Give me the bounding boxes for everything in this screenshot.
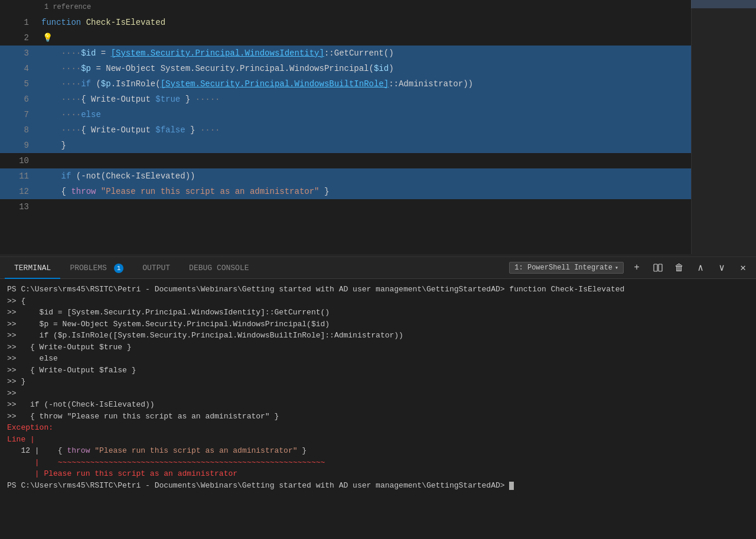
tab-problems[interactable]: PROBLEMS 1 [60, 257, 133, 279]
code-line-8: 8 ····{ Write-Output $false } ···· [0, 122, 756, 138]
code-line-11: 11 if (-not(Check-IsElevated)) [0, 168, 756, 184]
code-editor: 1 reference 1 function Check-IsElevated … [0, 0, 756, 254]
new-terminal-button[interactable]: + [628, 259, 645, 276]
chevron-down-icon: ▾ [615, 264, 618, 271]
line-content-6: ····{ Write-Output $true } ····· [38, 92, 756, 107]
code-line-4: 4 ····$p = New-Object System.Security.Pr… [0, 61, 756, 76]
terminal-exception-label: Exception: [7, 422, 749, 434]
bulb-icon[interactable]: 💡 [43, 33, 53, 43]
line-number-3: 3 [0, 46, 38, 61]
line-content-1: function Check-IsElevated [38, 15, 756, 30]
code-line-6: 6 ····{ Write-Output $true } ····· [0, 92, 756, 107]
code-lines: 1 function Check-IsElevated 2 💡 3 ····$i… [0, 0, 756, 215]
line-number-6: 6 [0, 92, 38, 107]
terminal-line-3: >> $id = [System.Security.Principal.Wind… [7, 307, 749, 319]
terminal-cursor [509, 482, 514, 490]
terminal-line-4: >> $p = New-Object System.Security.Princ… [7, 319, 749, 330]
kill-terminal-button[interactable]: 🗑 [671, 259, 687, 276]
line-number-7: 7 [0, 107, 38, 122]
code-line-1: 1 function Check-IsElevated [0, 15, 756, 30]
line-content-9: } [38, 138, 756, 153]
terminal-tab-bar: TERMINAL PROBLEMS 1 OUTPUT DEBUG CONSOLE… [0, 257, 756, 279]
code-line-13: 13 [0, 199, 756, 215]
terminal-line-1: PS C:\Users\rms45\RSITC\Petri - Document… [7, 284, 749, 296]
split-terminal-button[interactable] [650, 259, 666, 276]
line-content-7: ····else [38, 107, 756, 122]
terminal-final-prompt: PS C:\Users\rms45\RSITC\Petri - Document… [7, 480, 749, 492]
code-line-5: 5 ····if ($p.IsInRole([System.Security.P… [0, 76, 756, 92]
minimap [691, 0, 756, 254]
line-number-2: 2 [0, 30, 38, 46]
svg-rect-1 [659, 264, 662, 271]
line-content-5: ····if ($p.IsInRole([System.Security.Pri… [38, 76, 756, 92]
tab-terminal-label: TERMINAL [14, 264, 51, 272]
line-content-2: 💡 [38, 30, 756, 46]
terminal-toolbar: 1: PowerShell Integrate ▾ + 🗑 ∧ ∨ ✕ [509, 259, 751, 276]
terminal-error-msg: | Please run this script as an administr… [7, 468, 749, 480]
terminal-line-11: >> if (-not(Check-IsElevated)) [7, 399, 749, 411]
line-content-3: ····$id = [System.Security.Principal.Win… [38, 46, 756, 61]
terminal-line-label: Line | [7, 434, 749, 446]
tab-debug-label: DEBUG CONSOLE [189, 264, 249, 272]
terminal-line-5: >> if ($p.IsInRole([System.Security.Prin… [7, 330, 749, 342]
code-line-10: 10 [0, 153, 756, 168]
terminal-line-6: >> { Write-Output $true } [7, 342, 749, 353]
terminal-content[interactable]: PS C:\Users\rms45\RSITC\Petri - Document… [0, 279, 756, 539]
code-line-12: 12 { throw "Please run this script as an… [0, 184, 756, 199]
split-icon [653, 263, 663, 272]
shell-label: 1: PowerShell Integrate [514, 264, 612, 272]
tab-debug-console[interactable]: DEBUG CONSOLE [180, 257, 258, 279]
shell-selector[interactable]: 1: PowerShell Integrate ▾ [509, 262, 624, 274]
tab-terminal[interactable]: TERMINAL [5, 257, 60, 279]
terminal-line-14: 12 | { throw "Please run this script as … [7, 445, 749, 457]
line-number-4: 4 [0, 61, 38, 76]
line-content-12: { throw "Please run this script as an ad… [38, 184, 756, 199]
line-content-8: ····{ Write-Output $false } ···· [38, 122, 756, 138]
terminal-line-9: >> } [7, 376, 749, 388]
terminal-panel: TERMINAL PROBLEMS 1 OUTPUT DEBUG CONSOLE… [0, 256, 756, 539]
tab-output-label: OUTPUT [142, 264, 170, 272]
code-line-7: 7 ····else [0, 107, 756, 122]
terminal-line-2: >> { [7, 296, 749, 307]
terminal-line-7: >> else [7, 353, 749, 365]
terminal-line-12: >> { throw "Please run this script as an… [7, 411, 749, 423]
scroll-down-button[interactable]: ∨ [713, 259, 730, 276]
terminal-line-10: >> [7, 388, 749, 400]
line-content-11: if (-not(Check-IsElevated)) [38, 168, 756, 184]
line-number-8: 8 [0, 122, 38, 138]
terminal-line-8: >> { Write-Output $false } [7, 365, 749, 376]
line-number-11: 11 [0, 168, 38, 184]
close-panel-button[interactable]: ✕ [735, 259, 751, 276]
terminal-squiggle: | ~~~~~~~~~~~~~~~~~~~~~~~~~~~~~~~~~~~~~~… [7, 457, 749, 469]
line-number-10: 10 [0, 153, 38, 168]
minimap-thumb [691, 0, 756, 8]
tab-problems-label: PROBLEMS [70, 264, 106, 272]
reference-hint: 1 reference [44, 3, 91, 11]
code-line-3: 3 ····$id = [System.Security.Principal.W… [0, 46, 756, 61]
code-line-9: 9 } [0, 138, 756, 153]
problems-badge: 1 [114, 264, 124, 273]
code-line-2: 2 💡 [0, 30, 756, 46]
line-number-5: 5 [0, 76, 38, 92]
line-number-13: 13 [0, 199, 38, 215]
line-number-9: 9 [0, 138, 38, 153]
scroll-up-button[interactable]: ∧ [692, 259, 709, 276]
line-content-4: ····$p = New-Object System.Security.Prin… [38, 61, 756, 76]
tab-output[interactable]: OUTPUT [133, 257, 180, 279]
line-number-1: 1 [0, 15, 38, 30]
line-number-12: 12 [0, 184, 38, 199]
svg-rect-0 [654, 264, 657, 271]
